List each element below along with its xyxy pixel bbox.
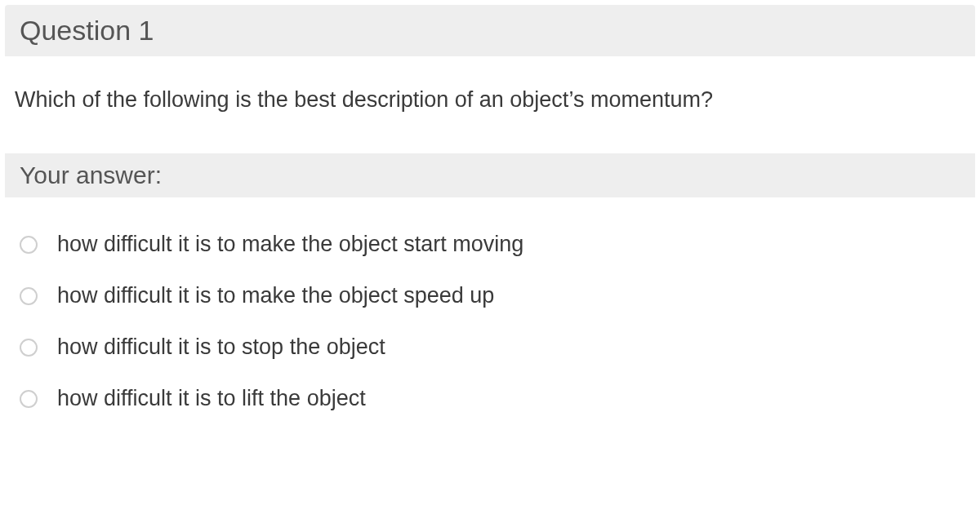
question-body: Which of the following is the best descr…: [0, 56, 980, 153]
option-row[interactable]: how difficult it is to make the object s…: [15, 272, 965, 323]
question-header: Question 1: [5, 5, 975, 56]
answer-header: Your answer:: [5, 153, 975, 197]
option-label: how difficult it is to stop the object: [57, 335, 385, 360]
quiz-container: Question 1 Which of the following is the…: [0, 5, 980, 426]
question-title: Question 1: [20, 15, 960, 47]
option-row[interactable]: how difficult it is to make the object s…: [15, 220, 965, 272]
radio-icon[interactable]: [20, 287, 38, 305]
option-label: how difficult it is to make the object s…: [57, 283, 494, 308]
option-label: how difficult it is to make the object s…: [57, 232, 523, 257]
question-text: Which of the following is the best descr…: [15, 87, 965, 113]
options-list: how difficult it is to make the object s…: [0, 197, 980, 426]
radio-icon[interactable]: [20, 236, 38, 254]
option-row[interactable]: how difficult it is to lift the object: [15, 374, 965, 426]
radio-icon[interactable]: [20, 339, 38, 357]
answer-title: Your answer:: [20, 162, 960, 189]
radio-icon[interactable]: [20, 390, 38, 408]
option-row[interactable]: how difficult it is to stop the object: [15, 323, 965, 374]
option-label: how difficult it is to lift the object: [57, 386, 366, 411]
